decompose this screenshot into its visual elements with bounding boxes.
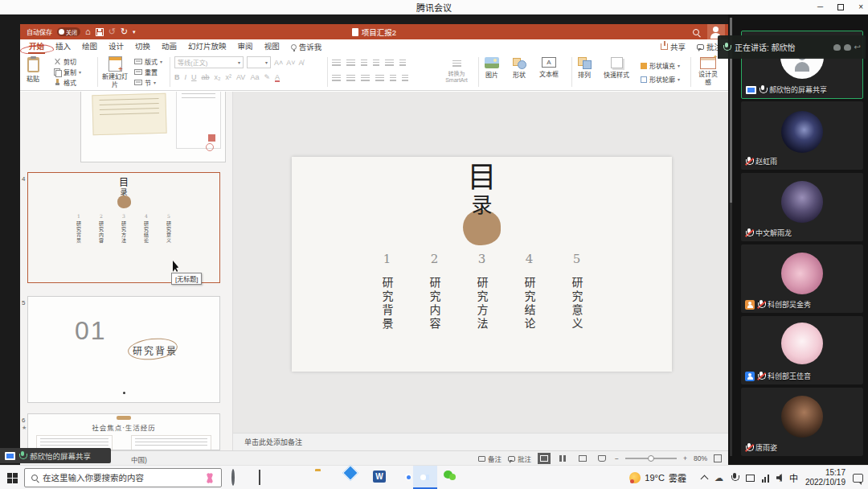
justify-button[interactable] [375,75,384,82]
wechat-icon[interactable] [444,471,458,485]
picture-button[interactable]: 图片 [485,57,499,79]
save-icon[interactable] [96,28,104,36]
video-tile[interactable]: 科创部吴金秀 [741,244,863,313]
highlight-button[interactable]: ✎ [264,73,270,81]
tell-me-button[interactable]: 告诉我 [285,41,328,52]
edge-icon[interactable] [286,471,301,485]
cloud-icon[interactable]: ☁ [714,474,723,483]
superscript-button[interactable]: x² [226,73,232,81]
slide-thumbnail-3[interactable] [80,92,226,162]
tab-view[interactable]: 视图 [259,39,285,54]
zoom-in-button[interactable]: + [683,454,687,462]
paste-button[interactable]: 粘贴 [27,57,39,83]
slide-thumbnail-6[interactable]: 社会焦点·生活经历 [27,413,220,450]
hidden-icons-chevron[interactable] [700,475,708,483]
tab-slideshow[interactable]: 幻灯片放映 [182,39,232,54]
textbox-button[interactable]: A 文本框 [539,57,559,78]
tray-mic-icon[interactable] [731,473,739,483]
bullets-button[interactable] [332,60,341,67]
video-tile[interactable]: 赵虹雨 [741,101,863,170]
increase-font-icon[interactable]: A˄ [274,59,283,67]
weather-widget[interactable]: 19°C 雾霾 [629,471,686,484]
tab-insert[interactable]: 插入 [50,39,76,54]
format-painter-button[interactable]: 格式 [54,77,81,88]
shapes-button[interactable]: 形状 [512,57,526,79]
tab-animations[interactable]: 动画 [156,39,182,54]
quick-styles-button[interactable]: 快速样式 [604,57,629,79]
file-explorer-icon[interactable] [315,471,330,485]
align-text-button[interactable] [402,75,408,82]
zoom-slider[interactable] [625,458,677,459]
comments-toggle-button[interactable]: 批注 [508,454,531,463]
tab-design[interactable]: 设计 [103,39,129,54]
new-slide-button[interactable]: 新建幻灯片 [102,56,128,88]
subscript-button[interactable]: x₂ [215,73,221,81]
taskbar-clock[interactable]: 15:17 2022/10/19 [805,468,845,488]
numbering-button[interactable] [346,60,355,67]
start-button[interactable] [7,473,18,483]
notes-toggle-button[interactable]: 备注 [478,454,502,463]
tab-review[interactable]: 审阅 [232,39,259,54]
zoom-percent[interactable]: 80% [694,454,707,462]
taskbar-search[interactable] [24,468,222,487]
normal-view-button[interactable] [538,453,551,464]
zoom-out-button[interactable]: − [615,454,619,462]
video-tile[interactable]: 唐雨姿 [741,388,863,456]
decrease-indent-button[interactable] [361,60,367,67]
autosave-toggle[interactable]: 关闭 [57,27,80,36]
tab-home[interactable]: 开始 [23,39,50,54]
text-direction-button[interactable] [399,60,406,67]
video-tile[interactable]: 中文解雨龙 [741,173,863,241]
search-icon[interactable] [693,29,699,35]
video-tile[interactable]: 科创部王佳音 [741,316,863,384]
slide-thumbnail-4-selected[interactable]: 目 录 1研究背景 2研究内容 3研究方法 4研究结论 5研究意义 [27,172,220,283]
notification-center-icon[interactable] [853,474,863,483]
undo-icon[interactable]: ↺ [108,27,116,36]
notes-pane[interactable]: 单击此处添加备注 [233,433,728,450]
tab-transitions[interactable]: 切换 [129,39,156,54]
reset-button[interactable]: 重置 [134,67,162,77]
reaction-icon[interactable] [844,44,851,51]
snip-icon[interactable] [746,475,755,482]
underline-button[interactable]: U [191,73,197,81]
slide-canvas[interactable]: 目 录 1研究背景 2研究内容 3研究方法 4研究结论 5研究意义 [292,157,672,372]
align-left-button[interactable] [332,75,341,82]
redo-icon[interactable]: ↻ [121,27,128,36]
quickbar-dropdown-icon[interactable]: ▾ [133,29,136,35]
decrease-font-icon[interactable]: A˅ [286,59,295,67]
bold-button[interactable]: B [174,73,180,81]
tencent-meeting-taskbar-active[interactable] [413,466,437,489]
design-ideas-button[interactable]: 设计灵感 [697,57,719,86]
slide-sorter-view-button[interactable] [557,453,570,464]
slideshow-view-button[interactable] [596,453,608,464]
font-name-select[interactable]: 等线(正文)▾ [174,56,244,68]
reading-view-button[interactable] [576,453,589,464]
change-case-button[interactable]: Aa [250,73,259,81]
section-button[interactable]: 节▾ [134,77,162,88]
layout-button[interactable]: 版式▾ [134,56,162,67]
italic-button[interactable]: I [185,73,187,81]
mail-icon[interactable] [344,471,358,485]
smartart-button[interactable]: 转换为SmartArt [438,60,475,83]
shape-outline-button[interactable]: 形状轮廓▾ [641,74,680,84]
close-button[interactable]: × [858,0,863,14]
columns-button[interactable] [390,75,396,82]
ime-indicator[interactable]: 中 [789,471,798,484]
screen-share-indicator[interactable]: 郝欣怡的屏幕共享 [0,448,111,463]
task-view-button[interactable] [259,471,273,485]
share-button[interactable]: 共享 [661,41,686,52]
reaction-icon[interactable] [833,44,841,51]
search-input[interactable] [43,473,199,483]
increase-indent-button[interactable] [373,60,379,67]
font-color-button[interactable]: A [275,73,280,81]
clear-format-icon[interactable]: A̸ [299,59,304,67]
align-right-button[interactable] [361,75,370,82]
line-spacing-button[interactable] [385,60,394,67]
strikethrough-button[interactable]: ab [202,73,210,81]
char-spacing-button[interactable]: AV [236,73,245,81]
back-arrow-icon[interactable]: ↩ [854,43,861,51]
shape-fill-button[interactable]: 形状填充▾ [641,60,680,71]
minimize-button[interactable]: ─ [817,0,823,14]
network-icon[interactable] [762,474,769,483]
align-center-button[interactable] [346,75,355,82]
